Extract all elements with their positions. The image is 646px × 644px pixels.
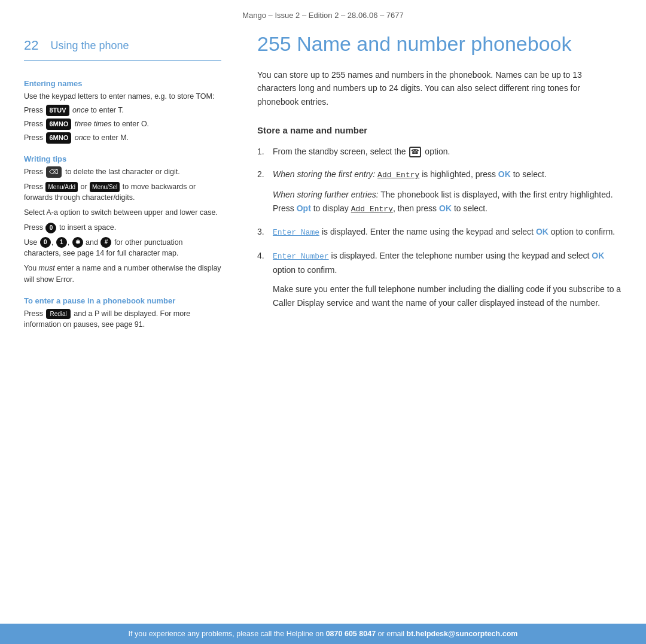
- step-2: When storing the first entry: Add Entry …: [257, 168, 622, 215]
- enter-name-mono: Enter Name: [273, 228, 319, 237]
- chapter-number: 22: [24, 38, 38, 53]
- footer-prefix: If you experience any problems, please c…: [129, 630, 324, 638]
- step-1: From the standby screen, select the opti…: [257, 145, 622, 158]
- step-m: Press 6MNO once to enter M.: [24, 132, 221, 144]
- footer-email: bt.helpdesk@suncorptech.com: [407, 630, 518, 638]
- key-delete: ⌫: [46, 166, 62, 178]
- opt-label: Opt: [297, 203, 311, 213]
- writing-tips-section: Writing tips Press ⌫ to delete the last …: [24, 154, 221, 285]
- ok-label-3: OK: [536, 227, 549, 236]
- key-1-punct: 1: [56, 237, 67, 248]
- left-column: 22 Using the phone Entering names Use th…: [24, 32, 239, 341]
- page-header: Mango – Issue 2 – Edition 2 – 28.06.06 –…: [0, 0, 646, 26]
- key-8tuv: 8TUV: [46, 105, 69, 116]
- ok-label-1: OK: [498, 169, 511, 179]
- section-intro: You can store up to 255 names and number…: [257, 68, 622, 108]
- step-4: Enter Number is displayed. Enter the tel…: [257, 249, 622, 309]
- step-2-content: When storing the first entry: Add Entry …: [273, 168, 622, 215]
- key-6mno-m: 6MNO: [46, 132, 71, 144]
- footer-email-label: email: [386, 630, 404, 638]
- entering-names-intro: Use the keypad letters to enter names, e…: [24, 91, 221, 144]
- ok-label-2: OK: [439, 203, 452, 213]
- step-3: Enter Name is displayed. Enter the name …: [257, 225, 622, 239]
- step-t: Press 8TUV once to enter T.: [24, 105, 221, 116]
- step-1-content: From the standby screen, select the opti…: [273, 145, 622, 158]
- footer-phone: 0870 605 8047: [326, 630, 376, 638]
- step-o: Press 6MNO three times to enter O.: [24, 119, 221, 130]
- right-column: 255 Name and number phonebook You can st…: [239, 32, 622, 341]
- header-text: Mango – Issue 2 – Edition 2 – 28.06.06 –…: [242, 11, 404, 20]
- chapter-header: 22 Using the phone: [24, 38, 221, 53]
- add-entry-mono-2: Add Entry: [351, 205, 393, 214]
- key-redial: Redial: [46, 309, 70, 319]
- entering-names-heading: Entering names: [24, 79, 221, 88]
- step-4-content: Enter Number is displayed. Enter the tel…: [273, 249, 622, 309]
- page-footer: If you experience any problems, please c…: [0, 624, 646, 644]
- pause-text: Press Redial and a P will be displayed. …: [24, 308, 221, 331]
- key-hash-punct: #: [100, 237, 111, 248]
- pause-heading: To enter a pause in a phonebook number: [24, 296, 221, 305]
- footer-middle: or: [378, 630, 385, 638]
- section-title: 255 Name and number phonebook: [257, 32, 622, 56]
- chapter-title: Using the phone: [50, 40, 129, 52]
- store-heading: Store a name and number: [257, 125, 622, 135]
- enter-number-mono: Enter Number: [273, 252, 329, 261]
- steps-list: From the standby screen, select the opti…: [257, 145, 622, 309]
- writing-tips-content: Press ⌫ to delete the last character or …: [24, 166, 221, 285]
- key-menu-add: Menu/Add: [45, 182, 78, 192]
- key-star-punct: ✱: [72, 237, 83, 248]
- pause-section: To enter a pause in a phonebook number P…: [24, 296, 221, 331]
- phonebook-icon: [409, 147, 421, 157]
- step-3-content: Enter Name is displayed. Enter the name …: [273, 225, 622, 239]
- writing-tips-heading: Writing tips: [24, 154, 221, 163]
- divider-line: [24, 60, 221, 61]
- ok-label-4: OK: [592, 251, 604, 260]
- key-6mno-o: 6MNO: [46, 119, 71, 130]
- key-0-punct: 0: [40, 237, 51, 248]
- add-entry-mono-1: Add Entry: [377, 171, 419, 180]
- entering-names-section: Entering names Use the keypad letters to…: [24, 79, 221, 144]
- key-menu-sel: Menu/Sel: [90, 182, 120, 192]
- key-0-space: 0: [45, 223, 56, 233]
